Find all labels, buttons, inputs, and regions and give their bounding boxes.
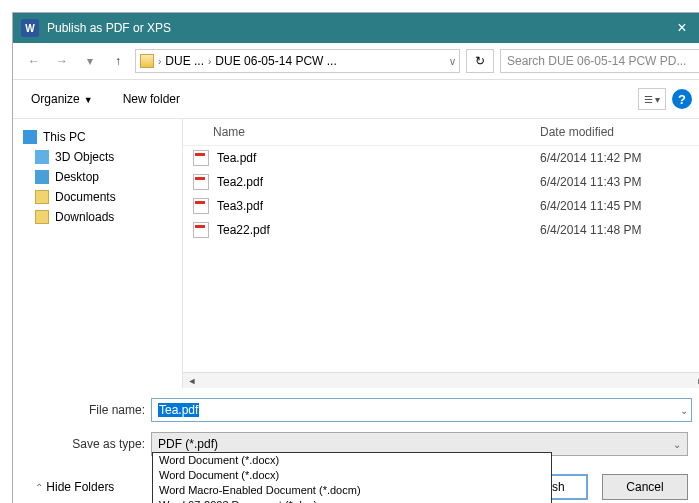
horizontal-scrollbar[interactable]: ◄ ► [183, 372, 699, 388]
dropdown-option[interactable]: Word Macro-Enabled Document (*.docm) [153, 483, 551, 498]
search-placeholder: Search DUE 06-05-14 PCW PD... [507, 54, 686, 68]
title-bar: W Publish as PDF or XPS × [13, 13, 699, 43]
nav-up-icon[interactable]: ↑ [107, 50, 129, 72]
nav-recent-icon[interactable]: ▾ [79, 50, 101, 72]
pc-icon [23, 130, 37, 144]
nav-row: ← → ▾ ↑ › DUE ... › DUE 06-05-14 PCW ...… [13, 43, 699, 80]
saveas-dropdown[interactable]: Word Document (*.docx) Word Document (*.… [152, 452, 552, 503]
organize-menu[interactable]: Organize▼ [31, 92, 93, 106]
nav-forward-icon: → [51, 50, 73, 72]
chevron-down-icon[interactable]: ⌄ [680, 405, 688, 416]
tree-downloads[interactable]: Downloads [17, 207, 178, 227]
new-folder-button[interactable]: New folder [123, 92, 180, 106]
chevron-up-icon: ⌃ [35, 482, 43, 493]
file-row[interactable]: Tea3.pdf 6/4/2014 11:45 PM [183, 194, 699, 218]
col-date[interactable]: Date modified [540, 125, 699, 139]
tree-3d-objects[interactable]: 3D Objects [17, 147, 178, 167]
file-list: Name Date modified Tea.pdf 6/4/2014 11:4… [183, 119, 699, 388]
file-row[interactable]: Tea.pdf 6/4/2014 11:42 PM [183, 146, 699, 170]
folder-icon [140, 54, 154, 68]
view-buttons: ☰ ▾ ? [638, 88, 692, 110]
pdf-icon [193, 198, 209, 214]
search-input[interactable]: Search DUE 06-05-14 PCW PD... [500, 49, 699, 73]
pdf-icon [193, 174, 209, 190]
publish-dialog: W Publish as PDF or XPS × ← → ▾ ↑ › DUE … [12, 12, 699, 503]
help-icon[interactable]: ? [672, 89, 692, 109]
close-icon[interactable]: × [662, 19, 699, 37]
toolbar: Organize▼ New folder ☰ ▾ ? [13, 80, 699, 118]
filename-value: Tea.pdf [158, 403, 199, 417]
chevron-right-icon: › [208, 56, 211, 67]
saveas-label: Save as type: [35, 437, 145, 451]
tree-documents[interactable]: Documents [17, 187, 178, 207]
refresh-icon[interactable]: ↻ [466, 49, 494, 73]
breadcrumb[interactable]: › DUE ... › DUE 06-05-14 PCW ... v [135, 49, 460, 73]
tree-desktop[interactable]: Desktop [17, 167, 178, 187]
filename-row: File name: Tea.pdf ⌄ [35, 398, 688, 422]
breadcrumb-segment[interactable]: DUE 06-05-14 PCW ... [215, 54, 336, 68]
saveas-value: PDF (*.pdf) [158, 437, 218, 451]
3d-icon [35, 150, 49, 164]
filename-label: File name: [35, 403, 145, 417]
word-app-icon: W [21, 19, 39, 37]
pdf-icon [193, 222, 209, 238]
dropdown-option[interactable]: Word 97-2003 Document (*.doc) [153, 498, 551, 503]
cancel-button[interactable]: Cancel [602, 474, 688, 500]
folder-tree[interactable]: This PC 3D Objects Desktop Documents Dow… [13, 119, 183, 388]
window-title: Publish as PDF or XPS [47, 21, 662, 35]
filename-input[interactable]: Tea.pdf [151, 398, 692, 422]
breadcrumb-segment[interactable]: DUE ... [165, 54, 204, 68]
hide-folders-toggle[interactable]: ⌃ Hide Folders [35, 480, 114, 494]
view-mode-icon[interactable]: ☰ ▾ [638, 88, 666, 110]
chevron-right-icon: › [158, 56, 161, 67]
main-area: This PC 3D Objects Desktop Documents Dow… [13, 118, 699, 388]
chevron-down-icon[interactable]: v [450, 56, 455, 67]
column-headers[interactable]: Name Date modified [183, 119, 699, 146]
pdf-icon [193, 150, 209, 166]
dropdown-option[interactable]: Word Document (*.docx) [153, 468, 551, 483]
desktop-icon [35, 170, 49, 184]
file-row[interactable]: Tea22.pdf 6/4/2014 11:48 PM [183, 218, 699, 242]
field-area: File name: Tea.pdf ⌄ Save as type: PDF (… [13, 388, 699, 460]
dropdown-option[interactable]: Word Document (*.docx) [153, 453, 551, 468]
file-rows: Tea.pdf 6/4/2014 11:42 PM Tea2.pdf 6/4/2… [183, 146, 699, 372]
nav-back-icon[interactable]: ← [23, 50, 45, 72]
file-row[interactable]: Tea2.pdf 6/4/2014 11:43 PM [183, 170, 699, 194]
documents-icon [35, 190, 49, 204]
scroll-right-icon[interactable]: ► [694, 374, 699, 388]
col-name[interactable]: Name [193, 125, 540, 139]
chevron-down-icon: ⌄ [673, 439, 681, 450]
tree-this-pc[interactable]: This PC [17, 127, 178, 147]
scroll-left-icon[interactable]: ◄ [185, 374, 199, 388]
downloads-icon [35, 210, 49, 224]
